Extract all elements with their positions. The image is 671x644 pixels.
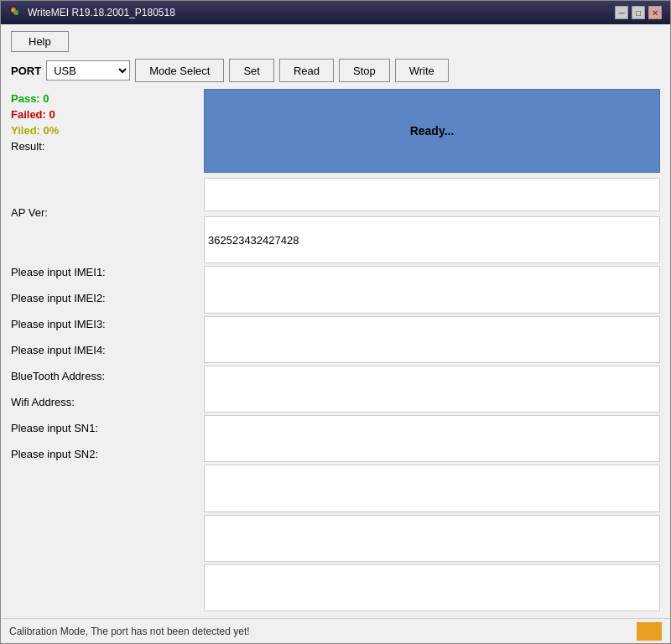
window-controls: ─ □ ✕ <box>615 6 662 19</box>
maximize-button[interactable]: □ <box>632 6 645 19</box>
imei2-input[interactable] <box>204 266 660 313</box>
right-panel: Ready... <box>204 89 660 611</box>
imei2-label-row: Please input IMEI2: <box>11 287 195 309</box>
help-button[interactable]: Help <box>11 31 69 52</box>
imei4-input[interactable] <box>204 366 660 413</box>
sn1-label-row: Please input SN1: <box>11 417 195 439</box>
status-text: Ready... <box>410 124 455 138</box>
ap-ver-input[interactable] <box>204 178 660 211</box>
port-select[interactable]: USB COM1 COM2 COM3 <box>46 60 130 80</box>
ap-ver-label: AP Ver: <box>11 206 48 219</box>
failed-value: 0 <box>49 108 55 121</box>
result-label: Result: <box>11 140 44 153</box>
field-labels: Please input IMEI1: Please input IMEI2: … <box>11 261 195 611</box>
imei4-label-row: Please input IMEI4: <box>11 339 195 361</box>
imei3-label-row: Please input IMEI3: <box>11 313 195 335</box>
title-bar: WriteMEI R19.18.2001_P180518 ─ □ ✕ <box>1 1 670 24</box>
close-button[interactable]: ✕ <box>648 6 662 19</box>
pass-value: 0 <box>43 92 49 105</box>
port-label: PORT <box>11 65 41 77</box>
sn2-label-row: Please input SN2: <box>11 443 195 465</box>
yield-row: Yiled: 0% <box>11 124 195 137</box>
ap-ver-input-row <box>204 178 660 211</box>
content-area: Help PORT USB COM1 COM2 COM3 Mode Select… <box>1 24 670 618</box>
title-bar-left: WriteMEI R19.18.2001_P180518 <box>9 6 175 19</box>
status-bar-icon <box>637 622 662 641</box>
ap-ver-left: AP Ver: <box>11 206 195 219</box>
read-button[interactable]: Read <box>279 59 334 82</box>
imei1-label-row: Please input IMEI1: <box>11 261 195 283</box>
wifi-input[interactable] <box>204 465 660 512</box>
left-panel: Pass: 0 Failed: 0 Yiled: 0% Result: <box>11 89 195 611</box>
window-title: WriteMEI R19.18.2001_P180518 <box>28 7 175 18</box>
status-display: Ready... <box>204 89 660 173</box>
imei3-input[interactable] <box>204 316 660 363</box>
yield-label: Yiled: <box>11 124 40 137</box>
sn1-input[interactable] <box>204 515 660 562</box>
failed-row: Failed: 0 <box>11 108 195 121</box>
port-row: PORT USB COM1 COM2 COM3 Mode Select Set … <box>11 59 660 82</box>
pass-label: Pass: <box>11 92 40 105</box>
set-button[interactable]: Set <box>229 59 274 82</box>
status-bar: Calibration Mode, The port has not been … <box>1 618 670 643</box>
failed-label: Failed: <box>11 108 46 121</box>
stop-button[interactable]: Stop <box>339 59 390 82</box>
wifi-label-row: Wifi Address: <box>11 391 195 413</box>
yield-value: 0% <box>44 124 60 137</box>
main-window: WriteMEI R19.18.2001_P180518 ─ □ ✕ Help … <box>0 0 671 644</box>
sn2-input[interactable] <box>204 564 660 611</box>
bluetooth-input[interactable] <box>204 415 660 462</box>
svg-point-2 <box>13 10 18 15</box>
write-button[interactable]: Write <box>395 59 449 82</box>
fields-area <box>204 216 660 611</box>
minimize-button[interactable]: ─ <box>615 6 628 19</box>
bt-label-row: BlueTooth Address: <box>11 365 195 387</box>
pass-row: Pass: 0 <box>11 92 195 105</box>
imei1-input[interactable] <box>204 216 660 263</box>
app-icon <box>9 6 23 19</box>
main-area: Pass: 0 Failed: 0 Yiled: 0% Result: <box>11 89 660 611</box>
help-row: Help <box>11 31 660 52</box>
stats-area: Pass: 0 Failed: 0 Yiled: 0% Result: <box>11 92 195 153</box>
status-bar-text: Calibration Mode, The port has not been … <box>9 626 250 637</box>
result-row: Result: <box>11 140 195 153</box>
mode-select-button[interactable]: Mode Select <box>135 59 224 82</box>
